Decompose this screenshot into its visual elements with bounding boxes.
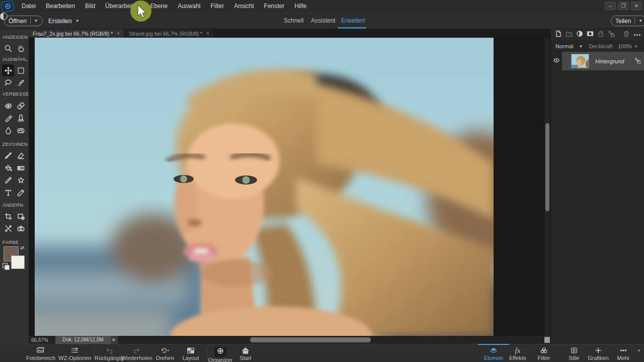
taskbar-label: WZ-Optionen	[58, 355, 91, 361]
create-button-label: Erstellen	[48, 18, 72, 25]
share-button-label: Teilen	[615, 18, 631, 25]
trash-icon[interactable]	[623, 30, 630, 39]
lasso-tool[interactable]	[2, 76, 14, 88]
action-bar: Öffnen ▼ Erstellen ▼ Schnell Assistent E…	[0, 13, 644, 29]
taskbar-label: Start	[239, 355, 251, 361]
section-label-anzeigen: ANZEIGEN	[0, 34, 29, 40]
zoom-level[interactable]: 66,67%	[31, 337, 55, 343]
taskbar-active-indicator	[478, 344, 509, 345]
taskbar-label: Drehen	[156, 355, 174, 361]
vertical-scrollbar-thumb[interactable]	[545, 123, 549, 211]
selection-brush-tool[interactable]	[15, 76, 27, 88]
taskbar-mehr[interactable]: Mehr	[607, 345, 640, 362]
menu-ansicht[interactable]: Ansicht	[229, 0, 259, 13]
document-tab-bar: Frau7_2x.jpg bei 66,7% (RGB/8) * × Stran…	[29, 29, 551, 38]
menu-hilfe[interactable]: Hilfe	[289, 0, 311, 13]
tab-erweitert[interactable]: Erweitert	[341, 17, 365, 24]
canvas-area[interactable]: 66,67% Dok: 12,0M/12,0M ▶	[29, 38, 551, 344]
close-button[interactable]: ✕	[631, 2, 642, 10]
open-button[interactable]: Öffnen ▼	[4, 16, 43, 26]
paint-bucket-tool[interactable]	[2, 162, 14, 174]
taskbar-wz-optionen[interactable]: WZ-Optionen	[58, 345, 92, 362]
opacity-value[interactable]: 100%	[618, 43, 632, 49]
default-colors-icon[interactable]	[3, 263, 8, 268]
status-expand-icon[interactable]: ▶	[111, 336, 118, 344]
move-tool[interactable]	[2, 64, 14, 76]
content-move-tool[interactable]	[2, 222, 14, 234]
type-tool[interactable]	[2, 187, 14, 199]
smart-brush-tool[interactable]	[2, 112, 14, 124]
minimize-button[interactable]: –	[605, 2, 616, 10]
layer-locked-icon	[634, 57, 641, 66]
menu-ebene[interactable]: Ebene	[145, 0, 173, 13]
marquee-tool[interactable]	[15, 64, 27, 76]
tab-close-icon[interactable]: ×	[206, 31, 209, 36]
mehr-chevron-icon[interactable]: ▼	[637, 348, 641, 353]
menu-bearbeiten[interactable]: Bearbeiten	[41, 0, 80, 13]
sponge-tool[interactable]	[15, 124, 27, 136]
layer-row-hintergrund[interactable]: Hintergrund	[562, 52, 644, 70]
menu-ueberarbeiten[interactable]: Überarbeiten	[100, 0, 145, 13]
opacity-chevron-icon[interactable]: ▼	[634, 44, 638, 49]
taskbar-layout[interactable]: Layout	[174, 345, 207, 362]
share-dropdown-icon[interactable]: ▼	[638, 19, 642, 23]
layer-name[interactable]: Hintergrund	[595, 58, 634, 64]
eraser-tool[interactable]	[15, 149, 27, 161]
zoom-tool[interactable]	[2, 42, 14, 54]
taskbar-label: Rückgängig	[95, 355, 124, 361]
section-label-aendern: ÄNDERN	[0, 202, 29, 208]
pencil-tool[interactable]	[15, 187, 27, 199]
active-tab-underline	[338, 27, 366, 29]
new-group-icon[interactable]	[566, 30, 573, 39]
menu-bild[interactable]: Bild	[80, 0, 100, 13]
blend-mode-select[interactable]: Normal	[555, 43, 579, 49]
blend-mode-chevron-icon[interactable]: ▼	[579, 44, 583, 49]
tab-assistent[interactable]: Assistent	[311, 17, 336, 24]
healing-brush-tool[interactable]	[15, 100, 27, 112]
section-label-verbessern: VERBESSE...	[0, 91, 29, 97]
taskbar-fotobereich[interactable]: Fotobereich	[24, 345, 57, 362]
taskbar-filter[interactable]: Filter	[527, 345, 560, 362]
swap-colors-icon[interactable]: ⇄	[20, 245, 24, 250]
layer-mask-icon[interactable]	[587, 30, 594, 39]
layer-thumbnail[interactable]	[571, 54, 589, 68]
document-tab-strand[interactable]: Strand.jpg bei 66,7% (RGB/8) * ×	[125, 29, 213, 38]
photo-document[interactable]	[35, 38, 494, 337]
new-layer-icon[interactable]	[555, 30, 562, 39]
vertical-scrollbar[interactable]	[544, 38, 550, 336]
horizontal-scrollbar-thumb[interactable]	[250, 337, 371, 342]
menu-auswahl[interactable]: Auswahl	[173, 0, 205, 13]
tab-close-icon[interactable]: ×	[117, 31, 120, 36]
adjustment-layer-icon[interactable]	[576, 30, 583, 39]
document-tab-frau[interactable]: Frau7_2x.jpg bei 66,7% (RGB/8) * ×	[29, 29, 124, 38]
create-button[interactable]: Erstellen ▼	[48, 16, 79, 26]
crop-tool[interactable]	[2, 210, 14, 222]
brush-tool[interactable]	[2, 149, 14, 161]
shape-tool[interactable]	[15, 174, 27, 186]
open-dropdown-icon[interactable]: ▼	[34, 19, 38, 23]
background-color-swatch[interactable]	[11, 255, 25, 269]
menu-datei[interactable]: Datei	[17, 0, 41, 13]
tab-schnell[interactable]: Schnell	[284, 17, 303, 24]
menu-filter[interactable]: Filter	[206, 0, 229, 13]
taskbar: Fotobereich WZ-Optionen Rückgängig Wiede…	[0, 344, 644, 362]
taskbar-start[interactable]: Start	[229, 345, 262, 362]
share-button[interactable]: Teilen ▼	[611, 16, 644, 26]
layer-visibility-eye-icon[interactable]	[553, 57, 560, 66]
hand-tool[interactable]	[15, 42, 27, 54]
recompose-tool[interactable]	[15, 210, 27, 222]
restore-button[interactable]: ❐	[618, 2, 629, 10]
red-eye-tool[interactable]	[2, 100, 14, 112]
taskbar-label: Wiederholen	[121, 355, 152, 361]
taskbar-label: Stile	[569, 355, 579, 361]
more-icon[interactable]: •••	[633, 32, 641, 38]
clone-stamp-tool[interactable]	[15, 112, 27, 124]
blur-tool[interactable]	[2, 124, 14, 136]
eyedropper-tool[interactable]	[2, 174, 14, 186]
menu-fenster[interactable]: Fenster	[259, 0, 290, 13]
straighten-tool[interactable]	[15, 222, 27, 234]
document-size-info[interactable]: Dok: 12,0M/12,0M	[55, 336, 111, 344]
gradient-tool[interactable]	[15, 162, 27, 174]
lock-pixels-icon[interactable]	[608, 30, 615, 39]
lock-icon[interactable]	[597, 30, 604, 39]
